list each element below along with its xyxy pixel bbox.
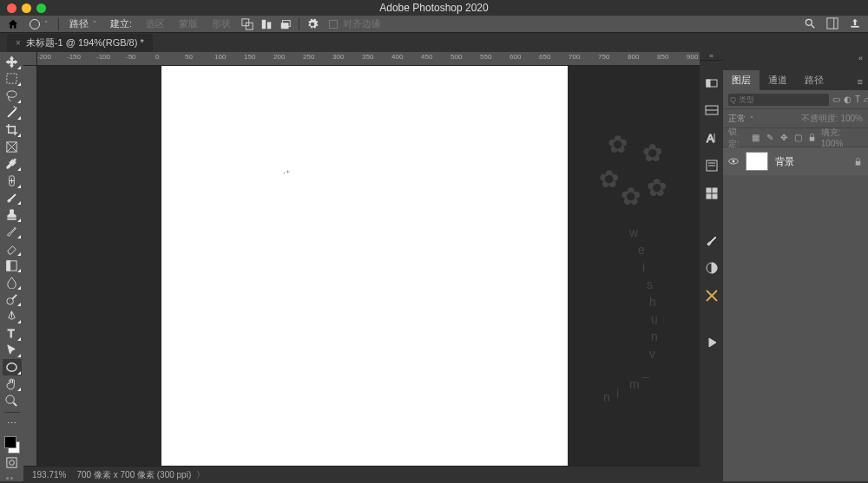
brush-tool[interactable]	[3, 190, 22, 206]
tool-preset[interactable]: ˅	[26, 17, 51, 31]
make-shape-button[interactable]: 形状	[208, 16, 234, 32]
panel-menu-icon[interactable]: ≡	[852, 73, 868, 90]
blur-tool[interactable]	[3, 274, 22, 290]
workspace-icon[interactable]	[826, 17, 838, 31]
dodge-tool[interactable]	[3, 291, 22, 308]
home-icon[interactable]	[7, 18, 19, 30]
tab-layers[interactable]: 图层	[723, 70, 760, 90]
document-canvas[interactable]	[161, 66, 568, 481]
filter-type-icon[interactable]: T	[855, 94, 860, 105]
color-panel-icon[interactable]	[704, 75, 720, 90]
marquee-tool[interactable]	[3, 71, 22, 88]
layer-name[interactable]: 背景	[775, 155, 846, 168]
tab-paths[interactable]: 路径	[796, 70, 832, 90]
hand-tool[interactable]	[3, 376, 22, 393]
options-bar: ˅ 路径˅ 建立: 选区 蒙版 形状 对齐边缘	[0, 16, 868, 33]
vertical-ruler[interactable]	[23, 66, 37, 481]
align-edges-checkbox[interactable]: 对齐边缘	[326, 16, 385, 32]
move-tool[interactable]	[3, 54, 22, 70]
search-icon[interactable]	[804, 17, 816, 31]
brushes-panel-icon[interactable]	[704, 232, 720, 248]
type-tool[interactable]: T	[3, 325, 22, 342]
filter-shape-icon[interactable]: ▱	[864, 94, 868, 105]
history-brush-tool[interactable]	[3, 224, 22, 240]
horizontal-ruler[interactable]: -200-150-100-500501001502002503003504004…	[23, 52, 700, 66]
svg-point-28	[7, 363, 16, 371]
canvas-area: -200-150-100-500501001502002503003504004…	[23, 52, 700, 481]
zoom-tool[interactable]	[3, 393, 22, 409]
paragraph-panel-icon[interactable]	[704, 158, 720, 173]
blend-mode-dropdown[interactable]: 正常 ˅	[728, 113, 753, 125]
eraser-tool[interactable]	[3, 240, 22, 257]
gradient-tool[interactable]	[3, 258, 22, 274]
tab-close-icon[interactable]: ×	[16, 38, 21, 48]
svg-rect-21	[8, 219, 16, 219]
lock-position-icon[interactable]: ✥	[779, 132, 789, 143]
color-swatch[interactable]	[3, 436, 22, 454]
shape-tool[interactable]	[3, 359, 22, 375]
share-icon[interactable]	[849, 17, 861, 31]
svg-point-6	[806, 19, 812, 25]
svg-rect-11	[7, 74, 16, 83]
cursor-indicator: ·⁺	[283, 168, 290, 178]
maximize-window-button[interactable]	[36, 3, 46, 13]
lock-all-icon[interactable]	[807, 132, 818, 143]
properties-panel-icon[interactable]	[704, 186, 720, 201]
lock-artboard-icon[interactable]: ▢	[792, 132, 803, 143]
eyedropper-tool[interactable]	[3, 155, 22, 172]
mode-dropdown[interactable]: 路径˅	[66, 16, 100, 32]
status-bar: 193.71% 700 像素 x 700 像素 (300 ppi) 〉	[23, 466, 700, 483]
lock-pixels-icon[interactable]: ✎	[765, 132, 775, 143]
path-ops-icon[interactable]	[241, 18, 253, 30]
visibility-icon[interactable]	[728, 156, 739, 166]
make-label: 建立:	[107, 16, 135, 32]
zoom-level[interactable]: 193.71%	[32, 470, 66, 480]
svg-rect-34	[707, 80, 710, 87]
path-align-icon[interactable]	[260, 18, 273, 30]
svg-rect-49	[810, 137, 815, 141]
pen-tool[interactable]	[3, 308, 22, 324]
lock-icon	[853, 157, 863, 166]
minimize-window-button[interactable]	[22, 3, 31, 13]
gear-icon[interactable]	[306, 18, 319, 30]
swatches-panel-icon[interactable]	[704, 102, 720, 118]
filter-image-icon[interactable]: ▭	[832, 94, 840, 105]
canvas-viewport[interactable]: ·⁺	[37, 66, 700, 481]
character-panel-icon[interactable]: A	[704, 130, 720, 146]
make-selection-button[interactable]: 选区	[142, 16, 168, 32]
tab-channels[interactable]: 通道	[760, 70, 796, 90]
fg-color[interactable]	[4, 436, 16, 448]
svg-point-51	[733, 160, 735, 163]
svg-point-14	[14, 107, 15, 108]
healing-tool[interactable]	[3, 173, 22, 189]
path-arrange-icon[interactable]	[279, 18, 292, 30]
svg-line-30	[13, 402, 16, 406]
layer-filter-input[interactable]	[728, 94, 829, 106]
stamp-tool[interactable]	[3, 206, 22, 223]
document-tab[interactable]: × 未标题-1 @ 194%(RGB/8) *	[7, 34, 153, 52]
close-window-button[interactable]	[7, 3, 16, 13]
edit-toolbar-icon[interactable]: ⋯	[3, 416, 22, 433]
doc-info[interactable]: 700 像素 x 700 像素 (300 ppi) 〉	[76, 469, 204, 481]
wand-tool[interactable]	[3, 105, 22, 121]
crop-tool[interactable]	[3, 121, 22, 138]
panel-collapse-icon[interactable]: «	[723, 52, 868, 69]
lasso-tool[interactable]	[3, 88, 22, 104]
make-mask-button[interactable]: 蒙版	[175, 16, 201, 32]
styles-panel-icon[interactable]	[704, 288, 720, 304]
adjustments-panel-icon[interactable]	[704, 260, 720, 276]
lock-transparency-icon[interactable]: ▦	[750, 132, 760, 143]
layer-thumbnail[interactable]	[746, 152, 768, 171]
svg-point-12	[7, 91, 16, 98]
tool-palette: T ⋯	[0, 52, 23, 481]
filter-adjust-icon[interactable]: ◐	[844, 94, 852, 105]
svg-rect-52	[856, 160, 861, 165]
actions-panel-icon[interactable]	[704, 335, 720, 350]
svg-rect-43	[713, 188, 717, 193]
path-select-tool[interactable]	[3, 343, 22, 359]
layer-row[interactable]: 背景	[723, 147, 868, 175]
quickmask-icon[interactable]	[3, 454, 22, 471]
tab-title: 未标题-1 @ 194%(RGB/8) *	[26, 36, 144, 49]
screen-mode-icon[interactable]	[6, 477, 18, 481]
frame-tool[interactable]	[3, 139, 22, 155]
